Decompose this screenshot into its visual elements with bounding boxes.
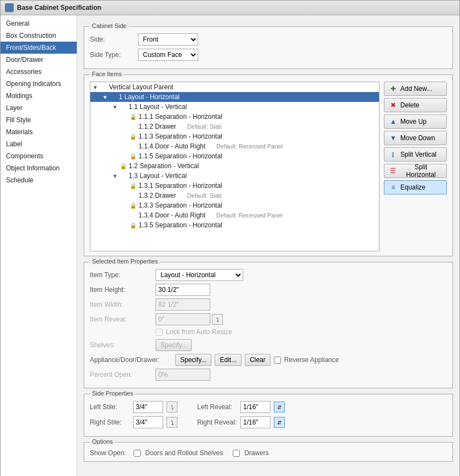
equalize-button[interactable]: ≡ Equalize — [384, 180, 447, 194]
right-stile-icon-btn[interactable]: ⤵ — [166, 417, 177, 428]
tree-item[interactable]: 🔒1.1.3 Separation - Horizontal — [90, 131, 379, 141]
tree-item-extra: Default: Recessed Panel — [216, 212, 283, 219]
appliance-specify-button[interactable]: Specify... — [175, 354, 211, 366]
sidebar-item-box-construction[interactable]: Box Construction — [1, 30, 77, 42]
tree-item[interactable]: 🔒1.2 Separation - Vertical — [90, 161, 379, 171]
equalize-icon: ≡ — [389, 183, 398, 192]
side-select[interactable]: Front Back Left Right — [138, 33, 198, 45]
side-type-label: Side Type: — [90, 51, 134, 59]
split-horizontal-icon: ☰ — [389, 167, 397, 175]
sidebar-item-general[interactable]: General — [1, 18, 77, 30]
appliance-edit-button[interactable]: Edit... — [215, 354, 242, 366]
tree-item[interactable]: 1.3.2 DrawerDefault: Slab — [90, 191, 379, 200]
tree-item[interactable]: 🔒1.3.3 Separation - Horizontal — [90, 200, 379, 210]
shelves-specify-button[interactable]: Specify... — [156, 339, 192, 351]
lock-icon: 🔒 — [130, 134, 139, 140]
tree-item[interactable]: 1.1.2 DrawerDefault: Slab — [90, 122, 379, 131]
right-stile-label: Right Stile: — [90, 418, 131, 426]
item-type-label: Item Type: — [90, 271, 156, 279]
left-reveal-label: Left Reveal: — [197, 403, 238, 411]
tree-item[interactable]: 🔒1.3.1 Separation - Horizontal — [90, 181, 379, 191]
appliance-clear-button[interactable]: Clear — [245, 354, 271, 366]
cabinet-side-label: Cabinet Side — [90, 22, 129, 29]
tree-item-text: 1.3.5 Separation - Horizontal — [139, 221, 222, 229]
left-stile-input[interactable] — [133, 401, 163, 413]
left-reveal-icon-btn[interactable]: ⇵ — [274, 402, 285, 412]
sidebar-item-fill-style[interactable]: Fill Style — [1, 114, 77, 126]
left-stile-icon-btn[interactable]: ⤵ — [166, 402, 177, 412]
tree-item[interactable]: 1.1.4 Door - Auto RightDefault: Recessed… — [90, 141, 379, 151]
delete-button[interactable]: ✖ Delete — [384, 98, 447, 112]
tree-item[interactable]: ▼1 Layout - Horizontal — [90, 92, 379, 102]
move-up-icon: ▲ — [389, 117, 398, 126]
tree-item[interactable]: 1.3.4 Door - Auto RightDefault: Recessed… — [90, 210, 379, 220]
sidebar-item-moldings[interactable]: Moldings — [1, 90, 77, 102]
tree-item[interactable]: 🔒1.3.5 Separation - Horizontal — [90, 220, 379, 230]
lock-icon: 🔒 — [130, 153, 139, 159]
tree-item-text: 1.3.1 Separation - Horizontal — [139, 182, 222, 190]
options-section: Options Show Open: Doors and Rollout She… — [84, 442, 453, 462]
appliance-label: Appliance/Door/Drawer: — [90, 356, 172, 364]
right-reveal-icon-btn[interactable]: ⇵ — [274, 417, 285, 428]
split-vertical-button[interactable]: ⫿ Split Vertical — [384, 147, 447, 162]
window-title: Base Cabinet Specification — [17, 4, 101, 12]
percent-open-input — [156, 369, 210, 381]
item-reveal-icon-btn[interactable]: ⤵ — [212, 314, 223, 325]
sidebar-item-front-sides-back[interactable]: Front/Sides/Back — [1, 42, 77, 54]
item-width-input — [156, 299, 210, 311]
item-type-select[interactable]: Layout - Horizontal Layout - Vertical Do… — [156, 269, 243, 281]
lock-auto-resize-label: Lock from Auto-Resize — [166, 328, 232, 336]
reverse-appliance-label: Reverse Appliance — [284, 356, 339, 364]
doors-rollout-label: Doors and Rollout Shelves — [145, 449, 223, 457]
sidebar-item-door-drawer[interactable]: Door/Drawer — [1, 54, 77, 66]
face-items-section: Face Items ▼Vertical Layout Parent▼1 Lay… — [84, 74, 453, 256]
side-type-select[interactable]: Custom Face Standard None — [138, 49, 198, 61]
split-horizontal-button[interactable]: ☰ Split Horizontal — [384, 164, 447, 178]
move-down-button[interactable]: ▼ Move Down — [384, 131, 447, 145]
tree-item-text: 1.1.5 Separation - Horizontal — [139, 152, 222, 160]
move-up-button[interactable]: ▲ Move Up — [384, 114, 447, 129]
shelves-label: Shelves: — [90, 341, 156, 349]
options-label: Options — [90, 438, 115, 445]
lock-icon: 🔒 — [130, 114, 139, 120]
tree-item[interactable]: ▼Vertical Layout Parent — [90, 82, 379, 92]
face-items-tree[interactable]: ▼Vertical Layout Parent▼1 Layout - Horiz… — [90, 82, 380, 251]
reverse-appliance-checkbox[interactable] — [274, 357, 281, 364]
tree-item-text: Vertical Layout Parent — [109, 83, 173, 91]
right-reveal-label: Right Reveal: — [197, 418, 238, 426]
move-down-icon: ▼ — [389, 134, 398, 142]
tree-arrow: ▼ — [93, 84, 100, 90]
drawers-checkbox[interactable] — [233, 450, 240, 457]
add-new-button[interactable]: ✚ Add New... — [384, 82, 447, 96]
right-reveal-input[interactable] — [240, 416, 271, 428]
left-stile-label: Left Stile: — [90, 403, 131, 411]
delete-icon: ✖ — [389, 101, 398, 110]
lock-icon: 🔒 — [120, 163, 129, 169]
sidebar-item-materials[interactable]: Materials — [1, 126, 77, 138]
doors-rollout-checkbox[interactable] — [134, 450, 141, 457]
sidebar-item-components[interactable]: Components — [1, 150, 77, 162]
lock-auto-resize-checkbox[interactable] — [156, 329, 163, 336]
sidebar-item-accessories[interactable]: Accessories — [1, 66, 77, 78]
sidebar: GeneralBox ConstructionFront/Sides/BackD… — [1, 15, 77, 476]
tree-item[interactable]: ▼1.1 Layout - Vertical — [90, 102, 379, 112]
tree-item[interactable]: ▼1.3 Layout - Vertical — [90, 171, 379, 181]
tree-item[interactable]: 🔒1.1.1 Separation - Horizontal — [90, 112, 379, 122]
selected-item-properties-section: Selected Item Properties Item Type: Layo… — [84, 262, 453, 388]
show-open-label: Show Open: — [90, 449, 126, 457]
lock-icon: 🔒 — [130, 222, 139, 228]
tree-item-text: 1.1.4 Door - Auto Right — [139, 142, 205, 150]
tree-item-text: 1.1 Layout - Vertical — [129, 103, 187, 111]
sidebar-item-schedule[interactable]: Schedule — [1, 174, 77, 186]
sidebar-item-label[interactable]: Label — [1, 138, 77, 150]
tree-item-text: 1.3.4 Door - Auto Right — [139, 211, 205, 219]
action-buttons-panel: ✚ Add New... ✖ Delete ▲ Move Up ▼ — [384, 82, 447, 251]
left-reveal-input[interactable] — [240, 401, 271, 413]
tree-item-extra: Default: Slab — [187, 192, 222, 199]
sidebar-item-layer[interactable]: Layer — [1, 102, 77, 114]
tree-item[interactable]: 🔒1.1.5 Separation - Horizontal — [90, 151, 379, 161]
right-stile-input[interactable] — [133, 416, 163, 428]
sidebar-item-opening-indicators[interactable]: Opening Indicators — [1, 78, 77, 90]
item-height-input[interactable] — [156, 284, 210, 296]
sidebar-item-object-information[interactable]: Object Information — [1, 162, 77, 174]
